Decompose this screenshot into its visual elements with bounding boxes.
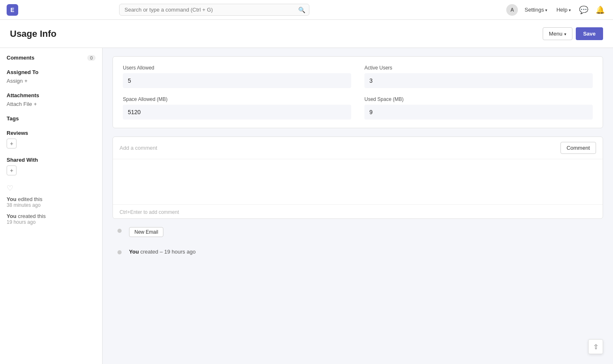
comment-card: Add a comment Comment Ctrl+Enter to add … — [113, 136, 603, 219]
assign-plus-icon: + — [24, 78, 28, 84]
info-card: Users Allowed 5 Active Users 3 Space All… — [113, 56, 603, 128]
sidebar-activity: ♡ You edited this 38 minutes ago You cre… — [7, 184, 96, 225]
topnav: E 🔍 A Settings Help 💬 🔔 — [0, 0, 613, 20]
main-content: Users Allowed 5 Active Users 3 Space All… — [103, 48, 613, 364]
assigned-to-label: Assigned To — [7, 69, 96, 75]
active-users-label: Active Users — [364, 65, 593, 71]
help-chevron-icon — [569, 7, 571, 13]
page-body: Comments 0 Assigned To Assign + Attachme… — [0, 48, 613, 364]
activity-section: New Email You created – 19 hours ago — [113, 227, 603, 273]
space-allowed-field: Space Allowed (MB) 5120 — [123, 96, 351, 120]
menu-chevron-icon — [564, 31, 566, 37]
sidebar-section-reviews: Reviews + — [7, 130, 96, 148]
comment-placeholder: Add a comment — [120, 145, 157, 151]
activity-item-new-email: New Email — [129, 227, 603, 239]
page-header: Usage Info Menu Save — [0, 20, 613, 48]
page: Usage Info Menu Save Comments 0 Assigne — [0, 20, 613, 364]
users-allowed-value: 5 — [123, 73, 351, 88]
space-allowed-label: Space Allowed (MB) — [123, 96, 351, 102]
page-title: Usage Info — [10, 29, 56, 39]
used-space-label: Used Space (MB) — [364, 96, 593, 102]
sidebar-section-shared-with: Shared With + — [7, 157, 96, 175]
used-space-value: 9 — [364, 105, 593, 120]
created-activity-item: You created this 19 hours ago — [7, 213, 96, 225]
space-allowed-value: 5120 — [123, 105, 351, 120]
save-button[interactable]: Save — [576, 27, 603, 40]
fields-grid: Users Allowed 5 Active Users 3 Space All… — [123, 65, 593, 120]
edit-activity-item: You edited this 38 minutes ago — [7, 196, 96, 208]
attachments-label: Attachments — [7, 92, 96, 98]
timeline-dot — [117, 229, 122, 233]
add-review-button[interactable]: + — [7, 139, 17, 148]
search-input[interactable] — [119, 4, 309, 16]
comment-header: Add a comment Comment — [113, 137, 603, 159]
settings-chevron-icon — [545, 7, 547, 13]
timeline-dot-2 — [117, 250, 122, 254]
tags-label: Tags — [7, 115, 96, 122]
activity-text-created: You created – 19 hours ago — [129, 249, 603, 255]
activity-item-created: You created – 19 hours ago — [129, 249, 603, 255]
avatar: A — [506, 4, 518, 16]
help-button[interactable]: Help — [554, 5, 573, 14]
search-icon: 🔍 — [298, 7, 305, 13]
reviews-label: Reviews — [7, 130, 96, 136]
chat-icon[interactable]: 💬 — [577, 4, 590, 16]
comments-badge: 0 — [87, 55, 96, 61]
assign-action[interactable]: Assign + — [7, 78, 96, 84]
comment-textarea[interactable] — [113, 159, 603, 205]
app-logo: E — [7, 4, 18, 16]
comment-button[interactable]: Comment — [560, 142, 596, 154]
sidebar-section-assigned-to: Assigned To Assign + — [7, 69, 96, 84]
notification-icon[interactable]: 🔔 — [594, 4, 606, 16]
activity-timeline: New Email You created – 19 hours ago — [113, 227, 603, 255]
comment-hint: Ctrl+Enter to add comment — [113, 206, 603, 218]
active-users-field: Active Users 3 — [364, 65, 593, 88]
menu-button[interactable]: Menu — [543, 27, 572, 40]
sidebar-section-comments: Comments 0 — [7, 55, 96, 61]
new-email-tag[interactable]: New Email — [129, 227, 163, 237]
settings-button[interactable]: Settings — [522, 5, 550, 14]
attach-file-action[interactable]: Attach File + — [7, 101, 96, 107]
used-space-field: Used Space (MB) 9 — [364, 96, 593, 120]
nav-right: A Settings Help 💬 🔔 — [506, 4, 606, 16]
add-shared-button[interactable]: + — [7, 165, 17, 175]
scroll-to-top-button[interactable]: ⇧ — [588, 339, 603, 354]
search-bar: 🔍 — [119, 4, 309, 16]
sidebar-section-tags: Tags — [7, 115, 96, 122]
sidebar-section-attachments: Attachments Attach File + — [7, 92, 96, 107]
attach-plus-icon: + — [34, 101, 37, 107]
shared-with-label: Shared With — [7, 157, 96, 163]
sidebar: Comments 0 Assigned To Assign + Attachme… — [0, 48, 103, 364]
comments-label: Comments 0 — [7, 55, 96, 61]
active-users-value: 3 — [364, 73, 593, 88]
users-allowed-label: Users Allowed — [123, 65, 351, 71]
page-header-actions: Menu Save — [543, 27, 603, 40]
users-allowed-field: Users Allowed 5 — [123, 65, 351, 88]
like-button[interactable]: ♡ — [7, 184, 96, 193]
